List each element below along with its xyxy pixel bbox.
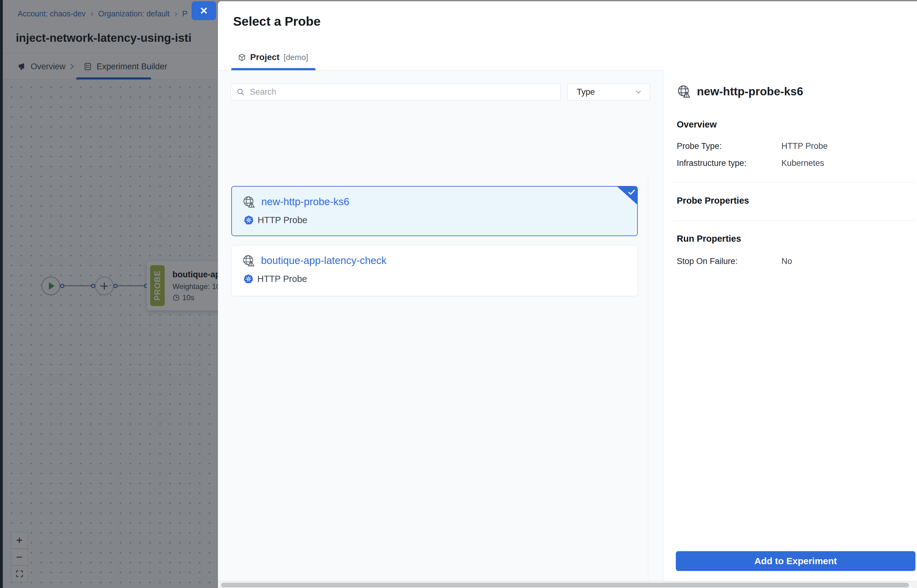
selected-corner-badge <box>617 187 637 205</box>
probe-card[interactable]: new-http-probe-ks6 HTTP Probe <box>231 186 638 236</box>
tab-project-label: Project <box>250 52 280 62</box>
detail-value: HTTP Probe <box>781 141 828 151</box>
probe-list-pane: Type new-http-probe-ks6 HTTP Probe <box>218 70 663 581</box>
detail-value: No <box>781 257 792 266</box>
detail-title: new-http-probe-ks6 <box>697 85 803 98</box>
close-icon: ✕ <box>200 5 208 17</box>
section-heading-probe-properties: Probe Properties <box>677 195 749 206</box>
kubernetes-icon <box>244 215 254 225</box>
http-probe-icon <box>243 195 256 208</box>
detail-label: Stop On Failure: <box>677 257 738 266</box>
chevron-down-icon <box>634 88 642 96</box>
detail-value: Kubernetes <box>781 158 824 168</box>
divider <box>673 221 915 221</box>
modal-title: Select a Probe <box>233 14 321 29</box>
selected-check-icon <box>628 188 636 196</box>
project-cube-icon <box>238 53 246 61</box>
probe-type-label: HTTP Probe <box>257 215 307 225</box>
select-probe-modal: Select a Probe Project [demo] Type <box>218 1 917 588</box>
active-tab-underline <box>231 68 315 70</box>
tab-project[interactable]: Project [demo] <box>238 50 308 65</box>
kubernetes-icon <box>243 274 254 284</box>
tab-project-scope: [demo] <box>284 53 308 62</box>
probe-card[interactable]: boutique-app-latency-check HTTP Probe <box>231 245 638 296</box>
probe-name-link[interactable]: new-http-probe-ks6 <box>261 196 349 208</box>
http-probe-icon <box>677 84 691 99</box>
search-icon <box>236 88 245 96</box>
scrollbar-thumb[interactable] <box>221 583 909 587</box>
search-box <box>231 83 561 100</box>
probe-name-link[interactable]: boutique-app-latency-check <box>261 255 387 267</box>
http-probe-icon <box>242 254 256 267</box>
type-filter-dropdown[interactable]: Type <box>567 83 650 100</box>
close-button[interactable]: ✕ <box>192 1 216 20</box>
section-heading-overview: Overview <box>677 120 717 130</box>
search-input[interactable] <box>249 87 555 97</box>
detail-label: Infrastructure type: <box>677 158 746 168</box>
section-heading-run-properties: Run Properties <box>677 234 741 244</box>
add-to-experiment-button[interactable]: Add to Experiment <box>676 551 915 571</box>
probe-type-label: HTTP Probe <box>257 274 307 284</box>
horizontal-scrollbar[interactable] <box>218 581 917 588</box>
probe-detail-panel: new-http-probe-ks6 Overview Probe Type: … <box>664 1 917 588</box>
app-root: Account: chaos-dev › Organization: defau… <box>0 0 917 588</box>
type-filter-label: Type <box>577 87 595 97</box>
detail-label: Probe Type: <box>677 141 722 151</box>
